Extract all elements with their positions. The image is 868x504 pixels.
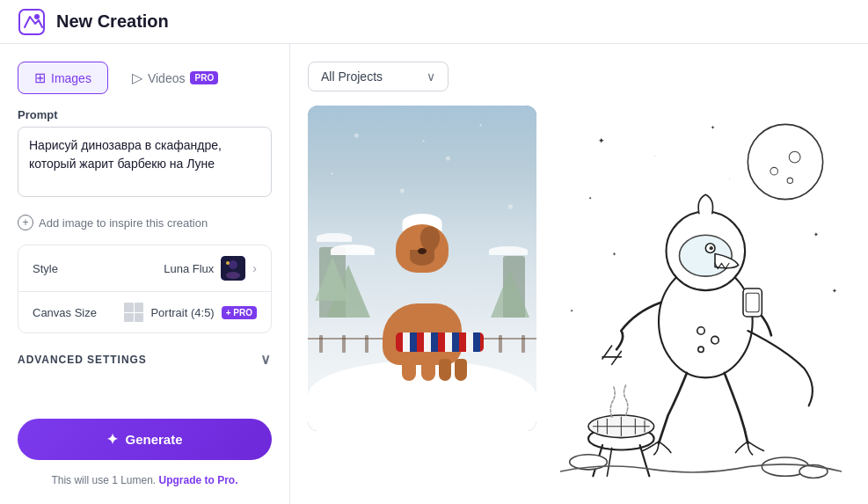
svg-text:✦: ✦ <box>588 195 592 201</box>
lumen-text: This will use 1 Lumen. <box>51 474 156 486</box>
svg-text:·: · <box>653 153 654 158</box>
svg-point-1 <box>34 14 40 19</box>
settings-box: Style Luna Flux › Canvas Size <box>18 245 272 333</box>
generate-button[interactable]: ✦ Generate <box>18 419 272 460</box>
images-tab-icon: ⊞ <box>34 69 46 86</box>
tab-bar: ⊞ Images ▷ Videos PRO <box>18 62 272 94</box>
tab-images-label: Images <box>51 71 91 85</box>
style-chevron-icon: › <box>252 261 257 275</box>
lumen-notice: This will use 1 Lumen. Upgrade to Pro. <box>18 474 272 486</box>
svg-point-6 <box>748 124 822 199</box>
main-layout: ⊞ Images ▷ Videos PRO Prompt Нарисуй дин… <box>0 44 868 504</box>
dog-figure <box>365 224 479 383</box>
left-panel: ⊞ Images ▷ Videos PRO Prompt Нарисуй дин… <box>0 44 290 504</box>
svg-text:✦: ✦ <box>611 251 616 257</box>
projects-dropdown[interactable]: All Projects ∨ <box>308 62 449 91</box>
svg-point-3 <box>229 260 237 269</box>
svg-point-25 <box>711 336 718 344</box>
svg-point-9 <box>787 178 792 183</box>
sparkle-icon: ✦ <box>106 431 118 448</box>
header: New Creation <box>0 0 868 44</box>
canvas-size-value: Portrait (4:5) + PRO <box>124 303 257 322</box>
pro-badge-canvas: + PRO <box>222 306 257 319</box>
prompt-label: Prompt <box>18 108 272 121</box>
prompt-section: Prompt Нарисуй динозавра в скафандре, ко… <box>18 108 272 201</box>
dog-image-bg: ❄ ❄ * ❄ * ❄ * <box>308 106 536 431</box>
pro-badge-videos: PRO <box>190 71 218 84</box>
canvas-grid-icon <box>124 303 143 322</box>
style-value: Luna Flux › <box>164 256 257 281</box>
prompt-textarea[interactable]: Нарисуй динозавра в скафандре, который ж… <box>18 127 272 197</box>
svg-point-4 <box>226 272 240 279</box>
svg-point-5 <box>226 261 230 265</box>
tab-videos[interactable]: ▷ Videos PRO <box>115 62 235 94</box>
svg-point-24 <box>697 327 704 335</box>
tab-images[interactable]: ⊞ Images <box>18 62 108 94</box>
svg-rect-28 <box>746 293 759 311</box>
canvas-size-label: Canvas Size <box>33 306 97 319</box>
svg-point-8 <box>770 167 777 175</box>
svg-line-39 <box>607 448 611 476</box>
dropdown-chevron-icon: ∨ <box>427 69 435 84</box>
canvas-size-name: Portrait (4:5) <box>150 306 214 319</box>
svg-text:·: · <box>728 176 729 181</box>
svg-text:✦: ✦ <box>832 287 837 295</box>
canvas-size-row[interactable]: Canvas Size Portrait (4:5) + PRO <box>18 292 271 332</box>
style-thumbnail <box>221 256 245 281</box>
svg-point-26 <box>697 347 703 352</box>
add-image-label: Add image to inspire this creation <box>39 216 208 230</box>
advanced-settings-label: ADVANCED SETTINGS <box>18 354 147 366</box>
style-row[interactable]: Style Luna Flux › <box>18 245 271 292</box>
creation-icon <box>18 8 46 36</box>
right-panel: All Projects ∨ <box>290 44 868 504</box>
projects-label: All Projects <box>321 69 383 84</box>
svg-text:✦: ✦ <box>813 230 818 238</box>
advanced-settings-row[interactable]: ADVANCED SETTINGS ∨ <box>18 347 272 371</box>
chevron-down-icon: ∨ <box>260 351 272 368</box>
add-image-row[interactable]: + Add image to inspire this creation <box>18 215 272 230</box>
style-name: Luna Flux <box>164 262 214 275</box>
svg-text:✦: ✦ <box>710 124 714 130</box>
svg-point-7 <box>789 151 800 163</box>
generate-label: Generate <box>125 432 182 447</box>
svg-text:✦: ✦ <box>569 308 573 313</box>
upgrade-link[interactable]: Upgrade to Pro. <box>159 474 238 486</box>
style-label: Style <box>33 262 58 275</box>
svg-point-23 <box>709 246 712 250</box>
plus-circle-icon: + <box>18 215 33 230</box>
images-grid: ❄ ❄ * ❄ * ❄ * <box>308 106 850 486</box>
svg-text:✦: ✦ <box>597 136 604 145</box>
tab-videos-label: Videos <box>148 71 186 85</box>
dino-sketch[interactable]: ✦ ✦ · ✦ ✦ · ✦ ✦ ✦ <box>551 106 850 481</box>
page-title: New Creation <box>56 11 169 32</box>
videos-tab-icon: ▷ <box>132 69 142 86</box>
dog-image[interactable]: ❄ ❄ * ❄ * ❄ * <box>308 106 536 431</box>
